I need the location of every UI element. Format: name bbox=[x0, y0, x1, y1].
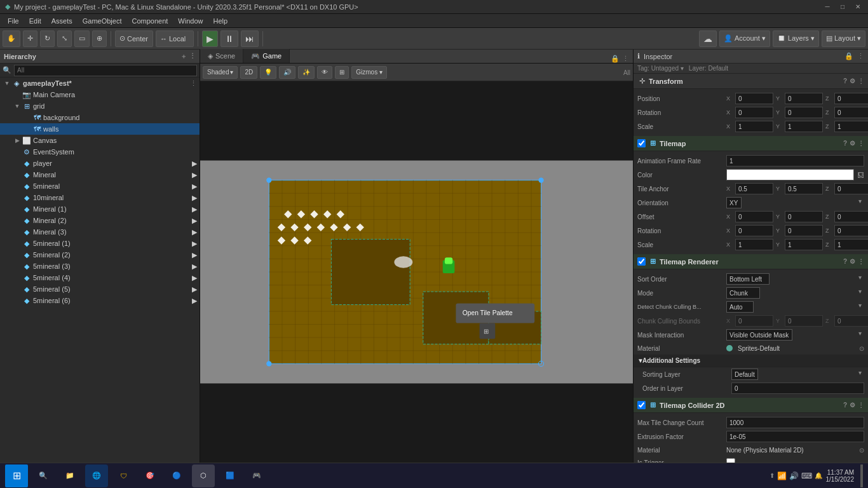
gizmos-dropdown[interactable]: Gizmos ▾ bbox=[351, 66, 387, 79]
renderer-help-icon[interactable]: ? bbox=[843, 258, 847, 265]
center-panel-menu[interactable]: ⋮ bbox=[622, 55, 629, 63]
taskbar-search[interactable]: 🔍 bbox=[32, 464, 55, 487]
space-toggle[interactable]: ↔ Local bbox=[156, 30, 194, 47]
2d-toggle[interactable]: 2D bbox=[240, 66, 257, 79]
tree-dots-gameplaytest[interactable]: ⋮ bbox=[190, 79, 200, 88]
mask-interaction-select[interactable]: NoneVisible Inside MaskVisible Outside M… bbox=[726, 329, 792, 341]
tree-item-player[interactable]: ◆ player ▶ bbox=[0, 158, 200, 169]
collider-menu-icon[interactable]: ⋮ bbox=[858, 402, 864, 409]
tilemap-header[interactable]: ⊞ Tilemap ? ⚙ ⋮ bbox=[634, 136, 868, 151]
additional-settings-header[interactable]: ▼ Additional Settings bbox=[634, 355, 868, 367]
lighting-toggle[interactable]: 💡 bbox=[260, 66, 276, 79]
notification-icon[interactable]: 🔔 bbox=[815, 472, 822, 479]
tree-item-5mineral1[interactable]: ◆ 5mineral (1) ▶ bbox=[0, 238, 200, 249]
color-picker-icon[interactable]: ⛾ bbox=[858, 172, 864, 179]
detect-chunk-culling-select[interactable]: AutoManual bbox=[726, 301, 754, 313]
close-button[interactable]: ✕ bbox=[853, 2, 863, 12]
step-button[interactable]: ⏭ bbox=[241, 30, 259, 47]
minimize-button[interactable]: ─ bbox=[822, 2, 832, 12]
tree-item-5mineral6[interactable]: ◆ 5mineral (6) ▶ bbox=[0, 295, 200, 306]
sorting-layer-select[interactable]: Default bbox=[731, 369, 758, 380]
game-viewport[interactable]: Open Tile Palette ⊞ bbox=[200, 81, 633, 463]
keyboard-icon[interactable]: ⌨ bbox=[801, 471, 812, 480]
menu-file[interactable]: File bbox=[3, 14, 24, 28]
hierarchy-add-icon[interactable]: ＋ bbox=[180, 52, 187, 61]
tree-item-background[interactable]: 🗺 background bbox=[0, 112, 200, 123]
chunk-culling-y-input[interactable] bbox=[785, 315, 823, 327]
material-link-icon[interactable]: ⊙ bbox=[859, 345, 864, 352]
offset-y-input[interactable] bbox=[785, 211, 823, 222]
show-desktop-button[interactable] bbox=[860, 464, 863, 487]
tree-item-gameplaytest[interactable]: ▼ ◈ gameplayTest* ⋮ bbox=[0, 78, 200, 89]
tab-scene[interactable]: ◈ Scene bbox=[200, 49, 243, 63]
shading-dropdown[interactable]: Shaded ▾ bbox=[203, 66, 238, 79]
tool-rotate[interactable]: ↻ bbox=[40, 30, 55, 47]
effects-toggle[interactable]: ✨ bbox=[298, 66, 315, 79]
transform-help-icon[interactable]: ? bbox=[843, 78, 847, 85]
taskbar-explorer[interactable]: 📁 bbox=[58, 464, 81, 487]
orientation-select[interactable]: XYXZYXYZ bbox=[726, 197, 742, 208]
tray-icon-1[interactable]: ⬆ bbox=[770, 472, 775, 479]
tree-item-mineral3[interactable]: ◆ Mineral (3) ▶ bbox=[0, 226, 200, 238]
layout-button[interactable]: ▤ Layout ▾ bbox=[822, 30, 865, 47]
tree-item-5mineral5[interactable]: ◆ 5mineral (5) ▶ bbox=[0, 283, 200, 295]
order-in-layer-input[interactable] bbox=[731, 383, 864, 394]
inspector-lock-icon[interactable]: 🔒 bbox=[844, 52, 853, 60]
taskbar-app-unity[interactable]: ⬡ bbox=[192, 464, 215, 487]
is-trigger-checkbox[interactable] bbox=[726, 458, 735, 463]
position-y-input[interactable] bbox=[785, 93, 823, 104]
mineral-expand-icon[interactable]: ▶ bbox=[192, 171, 200, 179]
layers-button[interactable]: 🔲 Layers ▾ bbox=[773, 30, 819, 47]
offset-x-input[interactable] bbox=[735, 211, 773, 222]
tilemap-settings-icon[interactable]: ⚙ bbox=[850, 140, 855, 147]
tree-item-5mineral4[interactable]: ◆ 5mineral (4) ▶ bbox=[0, 272, 200, 283]
collider-help-icon[interactable]: ? bbox=[843, 402, 847, 409]
transform-header[interactable]: ⊹ Transform ? ⚙ ⋮ bbox=[634, 74, 868, 89]
inspector-menu-icon[interactable]: ⋮ bbox=[857, 52, 864, 60]
collider-material-link-icon[interactable]: ⊙ bbox=[859, 447, 864, 454]
scale-y-input[interactable] bbox=[785, 121, 823, 132]
tool-hand[interactable]: ✋ bbox=[3, 30, 20, 47]
tilemap-renderer-enabled-checkbox[interactable] bbox=[637, 257, 646, 266]
tree-item-mineral2[interactable]: ◆ Mineral (2) ▶ bbox=[0, 215, 200, 226]
chunk-culling-x-input[interactable] bbox=[735, 315, 773, 327]
menu-help[interactable]: Help bbox=[208, 14, 233, 28]
grid-toggle[interactable]: ⊞ bbox=[335, 66, 349, 79]
tree-item-5mineral2[interactable]: ◆ 5mineral (2) ▶ bbox=[0, 249, 200, 261]
tilemap-scale-z-input[interactable] bbox=[834, 239, 868, 250]
offset-z-input[interactable] bbox=[834, 211, 868, 222]
menu-edit[interactable]: Edit bbox=[24, 14, 46, 28]
tile-anchor-x-input[interactable] bbox=[735, 183, 773, 194]
rotation-y-input[interactable] bbox=[785, 107, 823, 118]
start-button[interactable]: ⊞ bbox=[5, 464, 28, 487]
tree-item-mineral1[interactable]: ◆ Mineral (1) ▶ bbox=[0, 203, 200, 215]
menu-assets[interactable]: Assets bbox=[46, 14, 78, 28]
anim-frame-rate-input[interactable] bbox=[726, 155, 864, 166]
tree-item-canvas[interactable]: ▶ ⬜ Canvas bbox=[0, 135, 200, 146]
tree-item-mineral[interactable]: ◆ Mineral ▶ bbox=[0, 169, 200, 180]
tilemap-enabled-checkbox[interactable] bbox=[637, 139, 646, 147]
tool-rect[interactable]: ▭ bbox=[74, 30, 90, 47]
transform-settings-icon[interactable]: ⚙ bbox=[850, 78, 855, 85]
position-x-input[interactable] bbox=[735, 93, 773, 104]
tile-anchor-y-input[interactable] bbox=[785, 183, 823, 194]
tile-anchor-z-input[interactable] bbox=[834, 183, 868, 194]
hidden-toggle[interactable]: 👁 bbox=[317, 66, 332, 79]
tool-move[interactable]: ✛ bbox=[23, 30, 37, 47]
scale-z-input[interactable] bbox=[834, 121, 868, 132]
taskbar-app-chrome[interactable]: 🔵 bbox=[165, 464, 188, 487]
volume-icon[interactable]: 🔊 bbox=[789, 471, 799, 480]
max-tile-change-count-input[interactable] bbox=[726, 417, 864, 428]
tree-item-eventsystem[interactable]: ⚙ EventSystem bbox=[0, 146, 200, 158]
maximize-button[interactable]: □ bbox=[837, 2, 848, 12]
account-button[interactable]: 👤 Account ▾ bbox=[719, 30, 770, 47]
tree-item-maincamera[interactable]: 📷 Main Camera bbox=[0, 89, 200, 100]
tilemap-renderer-header[interactable]: ⊞ Tilemap Renderer ? ⚙ ⋮ bbox=[634, 254, 868, 269]
pause-button[interactable]: ⏸ bbox=[220, 30, 238, 47]
tree-item-10mineral[interactable]: ◆ 10mineral ▶ bbox=[0, 192, 200, 203]
tree-item-grid[interactable]: ▼ ⊞ grid bbox=[0, 100, 200, 112]
renderer-settings-icon[interactable]: ⚙ bbox=[850, 258, 855, 265]
position-z-input[interactable] bbox=[834, 93, 868, 104]
tilemap-rot-y-input[interactable] bbox=[785, 225, 823, 236]
rotation-x-input[interactable] bbox=[735, 107, 773, 118]
